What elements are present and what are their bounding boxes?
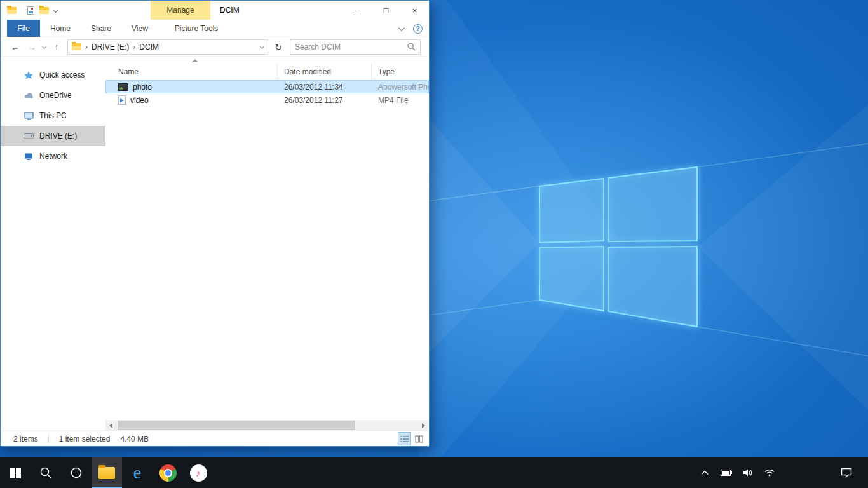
network-icon[interactable]: [763, 458, 776, 488]
selection-count: 1 item selected: [59, 435, 111, 444]
search-input[interactable]: [295, 43, 407, 51]
details-view-button[interactable]: [398, 433, 410, 445]
forward-button[interactable]: →: [26, 42, 37, 52]
window-title: DCIM: [220, 1, 240, 20]
breadcrumb-drive[interactable]: DRIVE (E:): [92, 43, 129, 51]
column-header-type[interactable]: Type: [372, 64, 429, 80]
status-separator: [48, 435, 49, 444]
collapse-ribbon-chevron-icon[interactable]: [398, 25, 405, 31]
video-file-icon: [118, 95, 126, 105]
status-bar: 2 items 1 item selected 4.40 MB: [1, 431, 429, 446]
breadcrumb-separator: ›: [85, 43, 88, 51]
search-icon: [407, 43, 416, 51]
drive-icon: [24, 131, 34, 141]
thumbnails-view-button[interactable]: [413, 433, 425, 445]
file-row-photo[interactable]: photo 26/03/2012 11:34 Apowersoft Pho: [105, 80, 429, 93]
monitor-icon: [24, 111, 34, 121]
properties-icon[interactable]: [27, 6, 34, 15]
items-count: 2 items: [13, 435, 38, 444]
recent-locations-chevron-icon[interactable]: [42, 44, 46, 49]
scrollbar-thumb[interactable]: [118, 421, 355, 430]
file-date-modified: 26/03/2012 11:34: [278, 83, 372, 92]
file-tab[interactable]: File: [7, 20, 40, 37]
sidebar-item-this-pc[interactable]: This PC: [1, 105, 105, 126]
chrome-button[interactable]: [153, 458, 183, 488]
cortana-button[interactable]: [61, 458, 92, 488]
internet-explorer-button[interactable]: e: [122, 458, 153, 488]
maximize-button[interactable]: □: [372, 1, 400, 20]
contextual-tab-group-label[interactable]: Manage: [151, 1, 210, 20]
taskbar-search-button[interactable]: [31, 458, 61, 488]
back-button[interactable]: ←: [10, 42, 21, 52]
volume-icon[interactable]: [741, 458, 755, 488]
internet-explorer-icon: e: [133, 464, 141, 482]
column-headers: Name Date modified Type: [105, 64, 429, 80]
sidebar-item-onedrive[interactable]: OneDrive: [1, 85, 105, 105]
search-box[interactable]: [290, 39, 421, 55]
tab-view[interactable]: View: [121, 20, 158, 37]
windows-logo-icon: [10, 468, 21, 478]
sidebar-item-quick-access[interactable]: Quick access: [1, 65, 105, 85]
quick-access-toolbar: [1, 1, 57, 20]
horizontal-scrollbar[interactable]: [105, 420, 429, 431]
file-date-modified: 26/03/2012 11:27: [278, 96, 372, 105]
breadcrumb-separator: ›: [133, 43, 135, 51]
file-name: photo: [133, 83, 152, 92]
qat-separator: [22, 6, 22, 15]
sidebar-item-label: Quick access: [39, 71, 85, 79]
action-center-icon: [841, 468, 852, 478]
address-dropdown-chevron-icon[interactable]: [260, 44, 264, 49]
help-icon[interactable]: ?: [413, 24, 423, 34]
file-explorer-window: Manage DCIM – □ × File Home Share View P…: [0, 0, 430, 447]
sidebar-item-label: This PC: [39, 111, 67, 120]
window-folder-icon: [7, 7, 17, 14]
hidden-icons-chevron-icon[interactable]: [698, 458, 712, 488]
column-header-date-modified[interactable]: Date modified: [278, 64, 372, 80]
breadcrumb-current[interactable]: DCIM: [139, 43, 159, 51]
itunes-button[interactable]: ♪: [183, 458, 214, 488]
start-button[interactable]: [0, 458, 31, 488]
close-button[interactable]: ×: [400, 1, 429, 20]
itunes-icon: ♪: [190, 464, 207, 482]
navigation-pane: Quick access OneDrive This PC DRIVE (E:): [1, 57, 105, 431]
sidebar-item-label: OneDrive: [39, 91, 72, 100]
chrome-icon: [159, 464, 177, 482]
address-bar[interactable]: › DRIVE (E:) › DCIM: [67, 39, 268, 55]
sidebar-item-label: Network: [39, 152, 67, 161]
explorer-main: Quick access OneDrive This PC DRIVE (E:): [1, 57, 429, 431]
minimize-button[interactable]: –: [343, 1, 372, 20]
titlebar[interactable]: Manage DCIM – □ ×: [1, 1, 429, 20]
scroll-left-arrow-icon[interactable]: [105, 420, 116, 431]
taskbar: e ♪: [0, 458, 868, 488]
star-icon: [24, 70, 34, 80]
ribbon-tab-row: File Home Share View Picture Tools ?: [1, 20, 429, 37]
cloud-icon: [24, 90, 34, 100]
battery-icon[interactable]: [719, 458, 733, 488]
tab-picture-tools[interactable]: Picture Tools: [165, 20, 228, 37]
file-name: video: [130, 96, 149, 105]
sidebar-item-network[interactable]: Network: [1, 146, 105, 166]
caption-buttons: – □ ×: [343, 1, 429, 20]
cortana-circle-icon: [70, 466, 83, 479]
network-icon: [24, 151, 34, 161]
location-folder-icon: [72, 43, 81, 50]
sidebar-item-label: DRIVE (E:): [39, 132, 77, 140]
address-bar-row: ← → ↑ › DRIVE (E:) › DCIM ↻: [1, 37, 429, 57]
sort-ascending-icon: [192, 59, 198, 62]
scroll-right-arrow-icon[interactable]: [418, 420, 429, 431]
file-explorer-taskbar-button[interactable]: [92, 458, 122, 488]
tab-share[interactable]: Share: [81, 20, 121, 37]
refresh-button[interactable]: ↻: [271, 39, 286, 55]
file-type: MP4 File: [372, 96, 429, 105]
sidebar-item-drive-e[interactable]: DRIVE (E:): [1, 126, 105, 146]
up-button[interactable]: ↑: [51, 42, 62, 52]
search-icon: [39, 466, 52, 479]
new-folder-icon[interactable]: [39, 7, 49, 14]
selection-size: 4.40 MB: [120, 435, 149, 444]
tab-home[interactable]: Home: [40, 20, 81, 37]
action-center-button[interactable]: [837, 458, 855, 488]
customize-qat-chevron-icon[interactable]: [53, 8, 58, 12]
file-row-video[interactable]: video 26/03/2012 11:27 MP4 File: [105, 93, 429, 107]
column-header-name[interactable]: Name: [105, 64, 278, 80]
photo-file-icon: [118, 83, 128, 91]
